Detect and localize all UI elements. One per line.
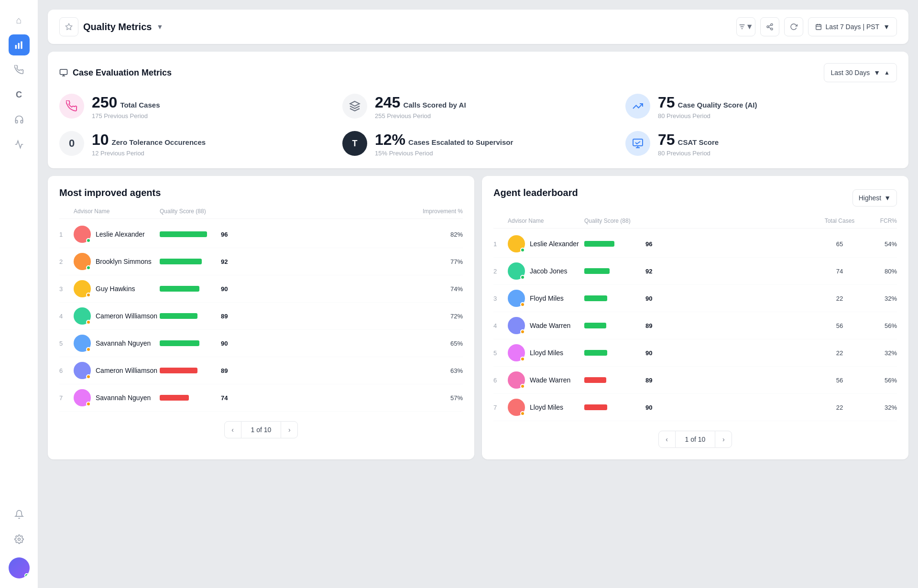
advisor-name: Cameron Williamson — [96, 367, 157, 374]
leaderboard-filter-button[interactable]: Highest ▼ — [852, 189, 897, 207]
improved-next-button[interactable]: › — [281, 421, 298, 438]
total-cases: 22 — [820, 295, 859, 302]
improvement-pct: 74% — [415, 285, 463, 293]
avatar-wrap — [508, 399, 525, 416]
improved-prev-button[interactable]: ‹ — [224, 421, 241, 438]
share-button[interactable] — [760, 17, 779, 36]
metrics-dropdown-arrow: ▼ — [874, 69, 880, 76]
bell-icon[interactable] — [9, 504, 30, 525]
star-button[interactable] — [59, 17, 78, 36]
bar-wrap — [584, 404, 642, 410]
title-dropdown-arrow[interactable]: ▼ — [156, 23, 163, 31]
home-icon[interactable]: ⌂ — [9, 10, 30, 31]
improvement-pct: 77% — [415, 258, 463, 265]
chat-icon[interactable]: C — [9, 84, 30, 105]
advisor-cell: Wade Warren — [508, 317, 584, 334]
avatar-wrap — [74, 253, 91, 270]
date-range-button[interactable]: Last 7 Days | PST ▼ — [808, 17, 897, 36]
total-cases: 22 — [820, 349, 859, 357]
total-cases: 65 — [820, 240, 859, 248]
score-value: 96 — [645, 240, 657, 248]
status-dot — [520, 329, 525, 334]
bar-wrap — [584, 241, 642, 247]
row-number: 2 — [493, 268, 508, 275]
improved-table-header: Advisor Name Quality Score (88) Improvem… — [59, 208, 463, 219]
row-number: 2 — [59, 258, 74, 265]
score-cell: 90 — [160, 285, 415, 293]
table-row: 2 Jacob Jones 92 74 80% — [493, 258, 897, 285]
escalated-icon: T — [342, 131, 367, 156]
date-dropdown-arrow: ▼ — [883, 23, 890, 31]
filter-button[interactable]: ▼ — [736, 17, 755, 36]
svg-rect-17 — [633, 139, 643, 146]
score-cell: 89 — [584, 322, 820, 329]
leaderboard-title: Agent leaderboard — [493, 187, 578, 198]
leaderboard-pagination: ‹ 1 of 10 › — [493, 431, 897, 448]
svg-rect-14 — [60, 69, 67, 75]
row-number: 4 — [493, 322, 508, 329]
settings-icon[interactable] — [9, 529, 30, 550]
score-cell: 90 — [584, 295, 820, 302]
headset-icon[interactable] — [9, 109, 30, 130]
status-dot — [86, 347, 91, 352]
score-bar — [584, 404, 607, 410]
row-number: 5 — [493, 349, 508, 357]
row-number: 6 — [59, 367, 74, 374]
fcr-pct: 56% — [859, 377, 897, 384]
svg-rect-2 — [21, 42, 22, 49]
status-dot — [86, 402, 91, 406]
table-row: 1 Leslie Alexander 96 82% — [59, 221, 463, 248]
svg-point-5 — [771, 23, 773, 25]
table-row: 5 Savannah Nguyen 90 65% — [59, 330, 463, 357]
advisor-name: Savannah Nguyen — [96, 394, 151, 402]
score-cell: 89 — [584, 377, 820, 384]
top-bar-left: Quality Metrics ▼ — [59, 17, 163, 36]
total-cases: 56 — [820, 377, 859, 384]
advisor-name: Lloyd Miles — [530, 403, 563, 411]
table-row: 7 Savannah Nguyen 74 57% — [59, 384, 463, 412]
metrics-title: Case Evaluation Metrics — [59, 68, 172, 78]
advisor-name: Leslie Alexander — [530, 240, 579, 248]
svg-marker-4 — [66, 23, 72, 30]
chart-icon[interactable] — [9, 34, 30, 55]
avatar-wrap — [74, 280, 91, 297]
csat-icon — [625, 131, 650, 156]
advisor-cell: Savannah Nguyen — [74, 389, 160, 406]
total-cases: 22 — [820, 404, 859, 411]
leaderboard-panel: Agent leaderboard Highest ▼ Advisor Name… — [482, 176, 908, 459]
metrics-grid: 250Total Cases 175 Previous Period 245Ca… — [59, 94, 897, 157]
leaderboard-panel-header: Agent leaderboard Highest ▼ — [493, 187, 897, 208]
leaderboard-next-button[interactable]: › — [715, 431, 732, 448]
table-row: 3 Floyd Miles 90 22 32% — [493, 285, 897, 312]
phone-icon[interactable] — [9, 59, 30, 80]
advisor-name: Jacob Jones — [530, 267, 568, 275]
leaderboard-prev-button[interactable]: ‹ — [658, 431, 676, 448]
advisor-cell: Lloyd Miles — [508, 344, 584, 361]
metric-csat: 75CSAT Score 80 Previous Period — [625, 131, 897, 157]
row-number: 7 — [59, 394, 74, 402]
score-bar — [584, 295, 607, 301]
table-row: 6 Wade Warren 89 56 56% — [493, 367, 897, 394]
user-avatar[interactable] — [9, 557, 30, 578]
row-number: 3 — [59, 285, 74, 293]
bar-wrap — [160, 286, 217, 292]
table-row: 5 Lloyd Miles 90 22 32% — [493, 339, 897, 367]
avatar-wrap — [74, 226, 91, 243]
advisor-name: Wade Warren — [530, 376, 570, 384]
activity-icon[interactable] — [9, 134, 30, 155]
score-cell: 90 — [584, 404, 820, 411]
metrics-date-filter[interactable]: Last 30 Days ▼ ▲ — [824, 63, 897, 82]
table-row: 1 Leslie Alexander 96 65 54% — [493, 230, 897, 258]
total-cases: 56 — [820, 322, 859, 329]
improved-title: Most improved agents — [59, 187, 463, 198]
score-cell: 96 — [584, 240, 820, 248]
score-cell: 89 — [160, 367, 415, 374]
refresh-button[interactable] — [784, 17, 803, 36]
score-value: 90 — [221, 340, 232, 347]
bar-wrap — [160, 313, 217, 319]
metric-quality-score-ai: 75Case Quality Score (AI) 80 Previous Pe… — [625, 94, 897, 120]
status-dot — [86, 238, 91, 243]
table-row: 6 Cameron Williamson 89 63% — [59, 357, 463, 384]
fcr-pct: 56% — [859, 322, 897, 329]
top-bar: Quality Metrics ▼ ▼ Last 7 Days | PST ▼ — [48, 10, 908, 44]
